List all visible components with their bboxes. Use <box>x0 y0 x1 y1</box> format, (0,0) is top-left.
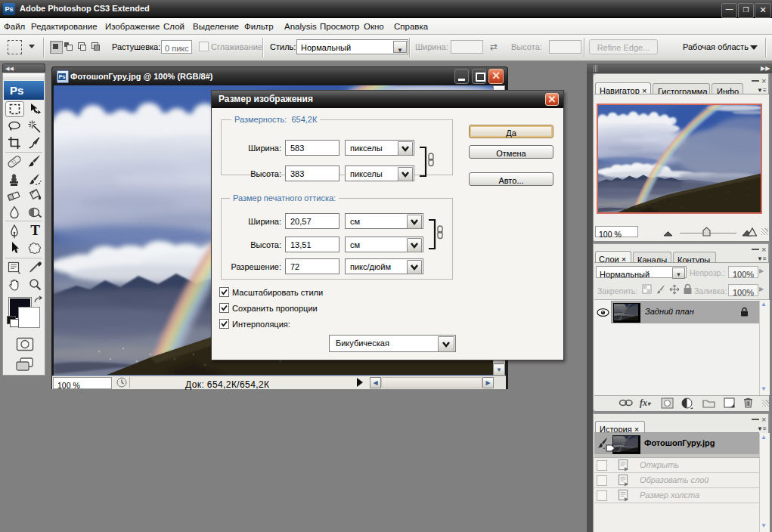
svg-text:T: T <box>30 224 40 237</box>
